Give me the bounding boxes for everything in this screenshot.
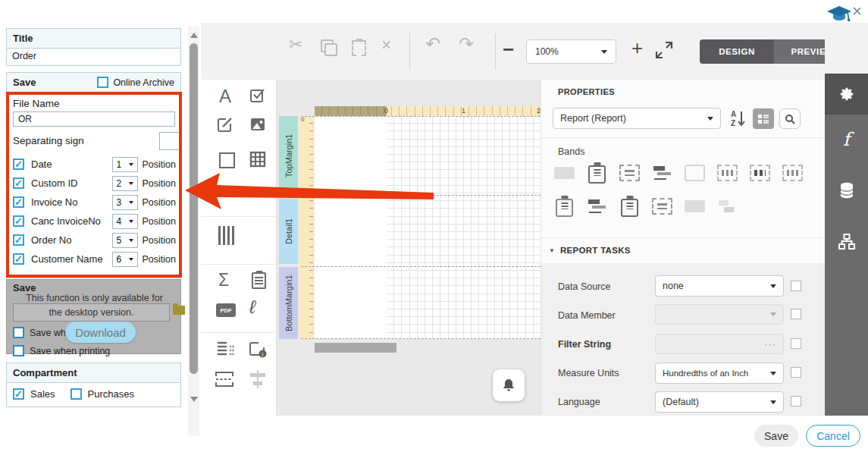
shape-tool-icon[interactable] bbox=[219, 152, 235, 168]
hierarchy-icon bbox=[838, 233, 856, 251]
band-empty-band-icon[interactable] bbox=[652, 198, 672, 215]
save-button[interactable]: Save bbox=[754, 425, 798, 447]
custom-id-checkbox[interactable]: ✓ bbox=[13, 177, 24, 189]
band-overlay-icon[interactable] bbox=[587, 198, 607, 215]
filter-string-checkbox[interactable] bbox=[791, 338, 801, 349]
report-element-select[interactable]: Report (Report) bbox=[553, 108, 721, 129]
band-page-footer-icon[interactable] bbox=[782, 165, 803, 181]
undo-icon[interactable]: ↶ bbox=[425, 35, 440, 53]
band-column-header-icon[interactable] bbox=[619, 165, 640, 181]
order-no-checkbox[interactable]: ✓ bbox=[13, 234, 24, 246]
band-separator-2[interactable] bbox=[301, 266, 541, 267]
date-position-select[interactable]: 1 bbox=[112, 157, 138, 172]
band-label-topmargin[interactable]: TopMargin1 bbox=[279, 116, 298, 195]
scroll-down-icon[interactable] bbox=[190, 397, 198, 402]
report-designer-window: × ✂ × ↶ ↷ − 100% + DESIGN PREVIEW bbox=[0, 0, 868, 449]
date-checkbox[interactable]: ✓ bbox=[13, 159, 24, 170]
band-column-footer-icon[interactable] bbox=[750, 165, 770, 181]
scrollbar-thumb[interactable] bbox=[190, 43, 198, 374]
redo-icon[interactable]: ↷ bbox=[459, 35, 474, 53]
band-separator-1[interactable] bbox=[301, 195, 541, 196]
zoom-in-icon[interactable]: + bbox=[631, 36, 643, 60]
band-group-footer-icon[interactable] bbox=[717, 165, 738, 181]
invoice-no-position-select[interactable]: 3 bbox=[112, 195, 138, 210]
download-button[interactable]: Download bbox=[65, 322, 136, 343]
customer-name-position-select[interactable]: 6 bbox=[112, 252, 138, 267]
report-page[interactable] bbox=[315, 116, 541, 339]
cancel-button[interactable]: Cancel bbox=[806, 425, 860, 447]
canvas-hscrollbar-thumb[interactable] bbox=[315, 343, 396, 353]
sort-az-icon[interactable]: A Z bbox=[728, 108, 747, 128]
separating-sign-input[interactable] bbox=[159, 132, 180, 150]
search-properties-button[interactable] bbox=[779, 108, 801, 129]
line-tool-icon[interactable] bbox=[222, 186, 236, 188]
canc-invoiceno-checkbox[interactable]: ✓ bbox=[13, 215, 24, 227]
custom-id-position-select[interactable]: 2 bbox=[112, 176, 138, 191]
notifications-button[interactable] bbox=[493, 369, 525, 401]
ruler-number-0: 0 bbox=[384, 107, 388, 115]
sidebar-scrollbar[interactable] bbox=[188, 27, 199, 436]
checkbox-tool-icon[interactable] bbox=[249, 87, 266, 104]
save-when-printing-label: Save when printing bbox=[30, 346, 110, 356]
title-input[interactable]: Order bbox=[7, 49, 180, 65]
pdf-tool-icon[interactable]: PDF bbox=[216, 303, 236, 317]
text-tool-icon[interactable]: A bbox=[219, 86, 231, 107]
design-tab[interactable]: DESIGN bbox=[700, 39, 774, 64]
fullscreen-icon[interactable] bbox=[654, 40, 674, 60]
measure-units-select[interactable]: Hundredths of an Inch bbox=[655, 363, 784, 384]
save-when-saving-checkbox[interactable]: ✓ bbox=[13, 327, 24, 338]
zoom-out-icon[interactable]: − bbox=[503, 38, 514, 61]
barcode-tool-icon[interactable] bbox=[218, 226, 235, 245]
band-report-footer-icon[interactable] bbox=[554, 198, 575, 215]
table-tool-icon[interactable] bbox=[249, 151, 266, 168]
sum-tool-icon[interactable]: Σ bbox=[218, 270, 229, 290]
online-archive-checkbox[interactable]: ✓ bbox=[97, 77, 108, 88]
file-name-input[interactable]: OR bbox=[13, 111, 175, 127]
rail-tab-properties[interactable] bbox=[825, 74, 868, 115]
rich-text-tool-icon[interactable] bbox=[217, 116, 233, 133]
canc-invoiceno-position-select[interactable]: 4 bbox=[112, 214, 138, 229]
scroll-up-icon[interactable] bbox=[190, 33, 198, 38]
customer-name-checkbox[interactable]: ✓ bbox=[13, 253, 24, 265]
rail-tab-functions[interactable]: f bbox=[825, 115, 868, 165]
save-when-printing-checkbox[interactable]: ✓ bbox=[13, 345, 24, 356]
chevron-down-icon bbox=[770, 312, 776, 316]
data-source-checkbox[interactable] bbox=[791, 281, 801, 291]
close-icon[interactable]: × bbox=[852, 2, 862, 21]
zoom-level-select[interactable]: 100% bbox=[526, 39, 616, 64]
cut-icon[interactable]: ✂ bbox=[289, 36, 302, 53]
data-member-checkbox[interactable] bbox=[791, 309, 801, 319]
band-label-bottommargin[interactable]: BottomMargin1 bbox=[279, 267, 298, 339]
band-label-detail[interactable]: Detail1 bbox=[279, 199, 298, 264]
align-tool-icon bbox=[248, 370, 268, 388]
design-canvas[interactable]: 0 1 2 TopMargin1 Detail1 BottomMargin1 0 bbox=[277, 80, 541, 416]
subreport-tool-icon[interactable] bbox=[216, 341, 234, 357]
info-panel-tool-icon[interactable]: i bbox=[249, 340, 267, 358]
palette-divider-2 bbox=[201, 264, 277, 265]
svg-text:i: i bbox=[262, 351, 264, 358]
band-page-header-icon[interactable] bbox=[587, 165, 607, 181]
data-source-select[interactable]: none bbox=[655, 275, 784, 297]
band-sub-band-icon[interactable] bbox=[619, 198, 640, 215]
image-tool-icon[interactable] bbox=[249, 116, 266, 133]
purchases-checkbox[interactable]: ✓ bbox=[71, 388, 82, 400]
paste-icon[interactable] bbox=[352, 40, 366, 56]
language-select[interactable]: (Default) bbox=[655, 391, 784, 413]
signature-tool-icon[interactable]: ℓ bbox=[249, 297, 255, 318]
sales-checkbox[interactable]: ✓ bbox=[13, 388, 24, 400]
clipboard-tool-icon[interactable] bbox=[252, 272, 266, 289]
page-break-tool-icon[interactable] bbox=[215, 370, 234, 388]
ellipsis-button[interactable]: ··· bbox=[765, 339, 777, 350]
report-tasks-header[interactable]: ▼ REPORT TASKS bbox=[549, 246, 631, 255]
language-checkbox[interactable] bbox=[791, 396, 801, 407]
rail-tab-dictionary[interactable] bbox=[825, 165, 868, 216]
band-report-title-icon[interactable] bbox=[554, 165, 575, 181]
order-no-position-select[interactable]: 5 bbox=[112, 233, 138, 248]
invoice-no-checkbox[interactable]: ✓ bbox=[13, 196, 24, 208]
band-group-header-icon[interactable] bbox=[652, 165, 672, 181]
delete-icon[interactable]: × bbox=[381, 36, 391, 54]
category-view-button[interactable] bbox=[753, 108, 774, 129]
rail-tab-report-tree[interactable] bbox=[825, 216, 868, 268]
toolbar-divider-2 bbox=[495, 33, 496, 70]
measure-units-checkbox[interactable] bbox=[791, 367, 801, 378]
